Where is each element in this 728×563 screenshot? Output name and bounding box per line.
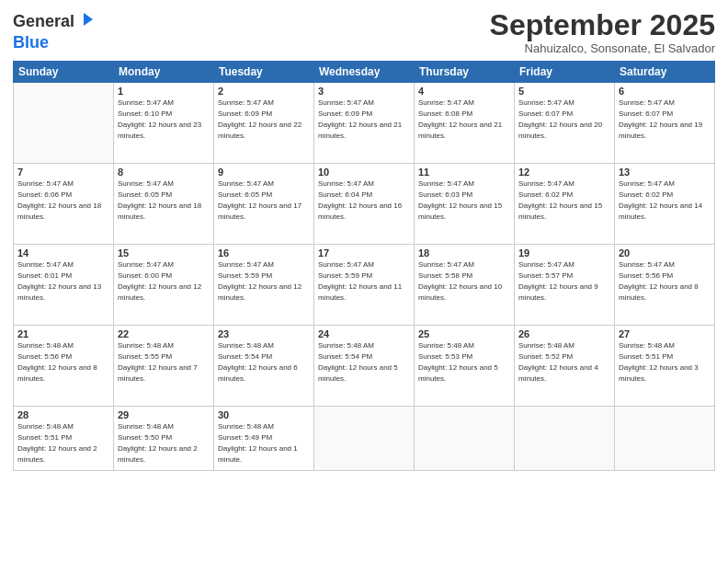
date-number: 2 [218, 86, 310, 97]
date-number: 26 [518, 328, 610, 339]
calendar-cell: 20Sunrise: 5:47 AMSunset: 5:56 PMDayligh… [615, 245, 715, 326]
date-number: 8 [118, 167, 210, 178]
cell-details: Sunrise: 5:47 AMSunset: 6:01 PMDaylight:… [17, 260, 101, 301]
cell-details: Sunrise: 5:48 AMSunset: 5:56 PMDaylight:… [17, 341, 97, 382]
calendar-cell: 9Sunrise: 5:47 AMSunset: 6:05 PMDaylight… [214, 164, 314, 245]
cell-details: Sunrise: 5:47 AMSunset: 6:10 PMDaylight:… [118, 98, 201, 139]
calendar-cell: 12Sunrise: 5:47 AMSunset: 6:02 PMDayligh… [515, 164, 615, 245]
week-row-5: 28Sunrise: 5:48 AMSunset: 5:51 PMDayligh… [14, 407, 715, 471]
cell-details: Sunrise: 5:47 AMSunset: 6:00 PMDaylight:… [118, 260, 201, 301]
cell-details: Sunrise: 5:47 AMSunset: 5:59 PMDaylight:… [218, 260, 301, 301]
calendar-cell: 24Sunrise: 5:48 AMSunset: 5:54 PMDayligh… [314, 326, 415, 407]
calendar-cell: 15Sunrise: 5:47 AMSunset: 6:00 PMDayligh… [114, 245, 214, 326]
header-wednesday: Wednesday [314, 62, 415, 83]
header-saturday: Saturday [615, 62, 715, 83]
date-number: 9 [218, 167, 310, 178]
header-sunday: Sunday [14, 62, 114, 83]
date-number: 25 [418, 328, 510, 339]
logo-blue-text: Blue [13, 33, 49, 52]
calendar-cell: 16Sunrise: 5:47 AMSunset: 5:59 PMDayligh… [214, 245, 314, 326]
calendar-cell: 30Sunrise: 5:48 AMSunset: 5:49 PMDayligh… [214, 407, 314, 471]
calendar-cell: 27Sunrise: 5:48 AMSunset: 5:51 PMDayligh… [615, 326, 715, 407]
date-number: 1 [118, 86, 210, 97]
calendar-cell: 3Sunrise: 5:47 AMSunset: 6:09 PMDaylight… [314, 83, 415, 164]
cell-details: Sunrise: 5:47 AMSunset: 5:58 PMDaylight:… [418, 260, 502, 301]
calendar-table: Sunday Monday Tuesday Wednesday Thursday… [13, 61, 715, 471]
week-row-3: 14Sunrise: 5:47 AMSunset: 6:01 PMDayligh… [14, 245, 715, 326]
logo: General Blue [13, 9, 97, 52]
date-number: 4 [418, 86, 510, 97]
date-number: 28 [17, 409, 109, 420]
cell-details: Sunrise: 5:47 AMSunset: 6:09 PMDaylight:… [218, 98, 301, 139]
cell-details: Sunrise: 5:48 AMSunset: 5:55 PMDaylight:… [118, 341, 198, 382]
calendar-cell: 28Sunrise: 5:48 AMSunset: 5:51 PMDayligh… [14, 407, 114, 471]
date-number: 24 [318, 328, 410, 339]
date-number: 13 [619, 167, 711, 178]
week-row-1: 1Sunrise: 5:47 AMSunset: 6:10 PMDaylight… [14, 83, 715, 164]
date-number: 16 [218, 247, 310, 259]
date-number: 15 [118, 247, 210, 259]
calendar-cell: 19Sunrise: 5:47 AMSunset: 5:57 PMDayligh… [515, 245, 615, 326]
cell-details: Sunrise: 5:48 AMSunset: 5:52 PMDaylight:… [518, 341, 598, 382]
month-title: September 2025 [490, 9, 715, 41]
cell-details: Sunrise: 5:47 AMSunset: 5:56 PMDaylight:… [619, 260, 699, 301]
title-area: September 2025 Nahuizalco, Sonsonate, El… [490, 9, 715, 55]
date-number: 21 [17, 328, 109, 339]
header-row: Sunday Monday Tuesday Wednesday Thursday… [14, 62, 715, 83]
calendar-cell [415, 407, 515, 471]
date-number: 5 [518, 86, 610, 97]
calendar-cell: 14Sunrise: 5:47 AMSunset: 6:01 PMDayligh… [14, 245, 114, 326]
cell-details: Sunrise: 5:47 AMSunset: 6:07 PMDaylight:… [619, 98, 702, 139]
calendar-cell: 23Sunrise: 5:48 AMSunset: 5:54 PMDayligh… [214, 326, 314, 407]
calendar-cell [14, 83, 114, 164]
header: General Blue September 2025 Nahuizalco, … [13, 9, 715, 55]
week-row-4: 21Sunrise: 5:48 AMSunset: 5:56 PMDayligh… [14, 326, 715, 407]
date-number: 10 [318, 167, 410, 178]
header-monday: Monday [114, 62, 214, 83]
date-number: 12 [518, 167, 610, 178]
cell-details: Sunrise: 5:47 AMSunset: 6:05 PMDaylight:… [218, 179, 301, 220]
header-thursday: Thursday [415, 62, 515, 83]
calendar-cell: 18Sunrise: 5:47 AMSunset: 5:58 PMDayligh… [415, 245, 515, 326]
svg-marker-0 [84, 13, 93, 26]
calendar-cell: 8Sunrise: 5:47 AMSunset: 6:05 PMDaylight… [114, 164, 214, 245]
cell-details: Sunrise: 5:48 AMSunset: 5:51 PMDaylight:… [17, 422, 97, 463]
date-number: 23 [218, 328, 310, 339]
cell-details: Sunrise: 5:48 AMSunset: 5:49 PMDaylight:… [218, 422, 298, 463]
cell-details: Sunrise: 5:48 AMSunset: 5:53 PMDaylight:… [418, 341, 498, 382]
calendar-cell [615, 407, 715, 471]
calendar-cell [515, 407, 615, 471]
logo-icon [76, 9, 97, 33]
calendar-cell: 25Sunrise: 5:48 AMSunset: 5:53 PMDayligh… [415, 326, 515, 407]
date-number: 6 [619, 86, 711, 97]
cell-details: Sunrise: 5:47 AMSunset: 6:07 PMDaylight:… [518, 98, 602, 139]
cell-details: Sunrise: 5:48 AMSunset: 5:50 PMDaylight:… [118, 422, 198, 463]
date-number: 27 [619, 328, 711, 339]
date-number: 14 [17, 247, 109, 259]
cell-details: Sunrise: 5:48 AMSunset: 5:54 PMDaylight:… [318, 341, 398, 382]
logo-general-text: General [13, 12, 74, 31]
header-tuesday: Tuesday [214, 62, 314, 83]
calendar-cell [314, 407, 415, 471]
cell-details: Sunrise: 5:47 AMSunset: 5:57 PMDaylight:… [518, 260, 598, 301]
date-number: 11 [418, 167, 510, 178]
calendar-cell: 7Sunrise: 5:47 AMSunset: 6:06 PMDaylight… [14, 164, 114, 245]
date-number: 19 [518, 247, 610, 259]
calendar-cell: 11Sunrise: 5:47 AMSunset: 6:03 PMDayligh… [415, 164, 515, 245]
calendar-cell: 13Sunrise: 5:47 AMSunset: 6:02 PMDayligh… [615, 164, 715, 245]
cell-details: Sunrise: 5:47 AMSunset: 6:06 PMDaylight:… [17, 179, 101, 220]
header-friday: Friday [515, 62, 615, 83]
calendar-cell: 4Sunrise: 5:47 AMSunset: 6:08 PMDaylight… [415, 83, 515, 164]
date-number: 3 [318, 86, 410, 97]
calendar-cell: 1Sunrise: 5:47 AMSunset: 6:10 PMDaylight… [114, 83, 214, 164]
date-number: 18 [418, 247, 510, 259]
cell-details: Sunrise: 5:47 AMSunset: 6:08 PMDaylight:… [418, 98, 502, 139]
date-number: 30 [218, 409, 310, 420]
calendar-cell: 22Sunrise: 5:48 AMSunset: 5:55 PMDayligh… [114, 326, 214, 407]
cell-details: Sunrise: 5:47 AMSunset: 6:04 PMDaylight:… [318, 179, 402, 220]
page: General Blue September 2025 Nahuizalco, … [0, 0, 728, 563]
calendar-cell: 5Sunrise: 5:47 AMSunset: 6:07 PMDaylight… [515, 83, 615, 164]
location-subtitle: Nahuizalco, Sonsonate, El Salvador [490, 41, 715, 55]
cell-details: Sunrise: 5:48 AMSunset: 5:51 PMDaylight:… [619, 341, 699, 382]
calendar-cell: 10Sunrise: 5:47 AMSunset: 6:04 PMDayligh… [314, 164, 415, 245]
